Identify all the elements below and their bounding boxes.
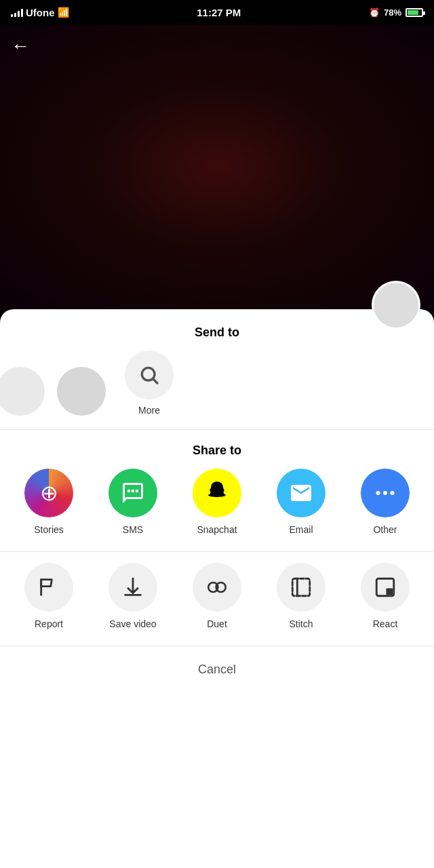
other-label: Other: [373, 524, 397, 535]
more-label: More: [138, 405, 160, 416]
svg-point-7: [391, 491, 395, 495]
stories-icon: ⊕: [24, 469, 73, 517]
battery-percent: 78%: [384, 7, 401, 18]
action-save-video[interactable]: Save video: [106, 563, 160, 629]
snapchat-icon: [193, 469, 241, 517]
svg-line-1: [153, 379, 157, 383]
stories-label: Stories: [34, 524, 64, 535]
status-bar: Ufone 📶 11:27 PM ⏰ 78%: [0, 0, 434, 24]
share-other[interactable]: Other: [358, 469, 412, 535]
wifi-icon: 📶: [58, 7, 69, 18]
action-react[interactable]: React: [358, 563, 412, 629]
action-duet[interactable]: Duet: [190, 563, 244, 629]
back-button[interactable]: ←: [11, 35, 30, 57]
react-icon-circle: [361, 563, 410, 612]
alarm-icon: ⏰: [369, 7, 380, 18]
sms-label: SMS: [123, 524, 143, 535]
share-sms[interactable]: SMS: [106, 469, 160, 535]
status-right: ⏰ 78%: [369, 7, 423, 18]
duet-label: Duet: [207, 618, 227, 629]
svg-rect-11: [292, 578, 310, 596]
share-email[interactable]: Email: [274, 469, 328, 535]
friend-item[interactable]: [0, 367, 47, 416]
friends-row: More: [0, 351, 434, 429]
duet-icon-circle: [193, 563, 241, 612]
time-label: 11:27 PM: [197, 7, 241, 18]
friend-item[interactable]: [54, 367, 108, 416]
share-row: ⊕ Stories SMS Snapchat: [0, 469, 434, 551]
avatar: [372, 281, 420, 330]
stitch-label: Stitch: [289, 618, 313, 629]
more-search-item[interactable]: More: [122, 351, 176, 416]
svg-point-2: [127, 490, 131, 493]
search-button[interactable]: [125, 351, 174, 399]
email-icon: [277, 469, 326, 517]
svg-point-6: [383, 491, 387, 495]
share-snapchat[interactable]: Snapchat: [190, 469, 244, 535]
actions-row: Report Save video Duet: [0, 551, 434, 646]
share-to-title: Share to: [0, 430, 434, 469]
sms-icon: [108, 469, 157, 517]
carrier-label: Ufone: [26, 7, 55, 18]
battery-icon: [406, 8, 423, 17]
signal-icon: [11, 7, 23, 17]
snapchat-label: Snapchat: [197, 524, 237, 535]
bottom-sheet: Send to More Share to ⊕: [0, 309, 434, 868]
svg-point-5: [376, 491, 380, 495]
svg-point-3: [132, 490, 135, 493]
email-label: Email: [289, 524, 313, 535]
send-to-title: Send to: [0, 309, 434, 351]
stitch-icon-circle: [277, 563, 326, 612]
status-left: Ufone 📶: [11, 7, 69, 18]
other-icon: [361, 469, 410, 517]
save-video-label: Save video: [109, 618, 156, 629]
svg-rect-14: [386, 588, 393, 595]
cancel-button[interactable]: Cancel: [0, 646, 434, 693]
report-label: Report: [35, 618, 63, 629]
share-stories[interactable]: ⊕ Stories: [22, 469, 76, 535]
video-background: ←: [0, 24, 434, 309]
action-stitch[interactable]: Stitch: [274, 563, 328, 629]
action-report[interactable]: Report: [22, 563, 76, 629]
react-label: React: [373, 618, 398, 629]
save-video-icon-circle: [108, 563, 157, 612]
svg-point-4: [136, 490, 139, 493]
report-icon-circle: [24, 563, 73, 612]
